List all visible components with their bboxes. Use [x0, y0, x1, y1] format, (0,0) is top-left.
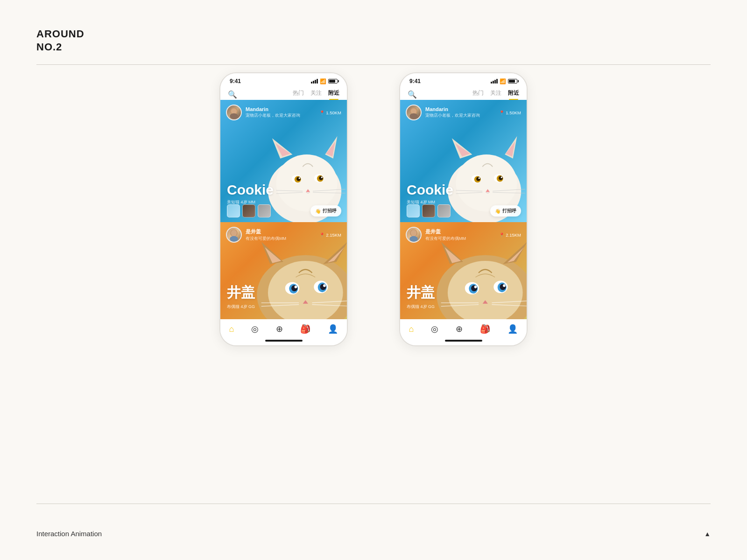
location-icon-cookie-right: 📍 — [499, 110, 505, 115]
pet-info-jinggai-right: 布偶猫 4岁 GG — [407, 304, 435, 310]
footer: Interaction Animation ▲ — [36, 530, 711, 538]
pet-info-jinggai-left: 布偶猫 4岁 GG — [227, 304, 255, 310]
card-cookie-left: Mandarin 宠物店小老板，欢迎大家咨询 📍 1.50KM — [220, 100, 347, 222]
nav-explore-right[interactable]: ◎ — [431, 324, 438, 334]
svg-point-37 — [295, 286, 297, 288]
location-icon-cookie-left: 📍 — [319, 110, 325, 115]
bottom-nav-right: ⌂ ◎ ⊕ 🎒 👤 — [400, 319, 527, 338]
greet-btn-cookie-left[interactable]: 👋 打招呼 — [310, 205, 341, 217]
nav-add-right[interactable]: ⊕ — [456, 324, 463, 334]
avatar-img-jinggai-left — [227, 228, 241, 242]
avatar-img-mandarin-left — [227, 105, 241, 119]
nav-profile-left[interactable]: 👤 — [328, 324, 338, 334]
wave-icon-left: 👋 — [315, 209, 321, 214]
distance-value-cookie-right: 1.50KM — [506, 110, 521, 115]
greet-btn-cookie-right[interactable]: 👋 打招呼 — [490, 205, 521, 217]
thumb-1-right — [407, 204, 420, 217]
bar4 — [317, 79, 318, 84]
card-user-jinggai-right: 是井盖 有没有可爱的布偶MM — [406, 227, 466, 243]
tab-follow-right[interactable]: 关注 — [490, 89, 501, 100]
svg-point-15 — [299, 177, 300, 179]
card-thumbs-cookie-right — [407, 204, 451, 217]
nav-explore-left[interactable]: ◎ — [251, 324, 259, 334]
tab-nearby-left[interactable]: 附近 — [328, 89, 339, 100]
thumb-3-left — [258, 204, 271, 217]
greet-label-left: 打招呼 — [323, 208, 337, 214]
signal-bars-left — [311, 79, 318, 84]
user-desc-jinggai-right: 有没有可爱的布偶MM — [425, 236, 466, 242]
greet-label-right: 打招呼 — [502, 208, 516, 214]
location-icon-jinggai-right: 📍 — [499, 232, 505, 238]
svg-point-14 — [319, 176, 323, 180]
title-around: AROUND — [36, 28, 85, 40]
divider-top — [36, 64, 711, 65]
wifi-icon-left: 📶 — [320, 78, 326, 84]
bar2-r — [493, 81, 494, 84]
avatar-img-jinggai-right — [407, 228, 421, 242]
user-name-cookie-left: Mandarin — [246, 106, 300, 112]
bar1-r — [491, 82, 492, 84]
svg-point-60 — [501, 176, 502, 178]
distance-value-jinggai-right: 2.15KM — [506, 232, 521, 238]
svg-point-58 — [499, 176, 503, 180]
pet-name-cookie-left: Cookie — [227, 182, 274, 198]
pet-name-jinggai-right: 井盖 — [407, 283, 435, 302]
svg-point-46 — [409, 113, 418, 119]
home-indicator-right — [400, 338, 527, 345]
bar2 — [313, 81, 314, 84]
svg-point-8 — [276, 154, 338, 211]
avatar-jinggai-left — [226, 227, 242, 243]
tab-follow-left[interactable]: 关注 — [310, 89, 322, 100]
tab-nearby-right[interactable]: 附近 — [508, 89, 519, 100]
card-user-cookie-right: Mandarin 宠物店小老板，欢迎大家咨询 — [406, 105, 480, 120]
thumb-2-right — [422, 204, 435, 217]
card-user-cookie-left: Mandarin 宠物店小老板，欢迎大家咨询 — [226, 105, 300, 120]
svg-point-52 — [456, 154, 517, 211]
thumb-1-left — [227, 204, 240, 217]
tab-hot-left[interactable]: 热门 — [293, 89, 304, 100]
signal-bars-right — [491, 79, 498, 84]
card-jinggai-left: 是井盖 有没有可爱的布偶MM 📍 2.15KM — [220, 222, 347, 319]
tab-hot-right[interactable]: 热门 — [472, 89, 484, 100]
footer-label: Interaction Animation — [36, 530, 102, 538]
status-time-left: 9:41 — [230, 78, 241, 84]
distance-jinggai-right: 📍 2.15KM — [499, 232, 521, 238]
thumb-2-left — [242, 204, 255, 217]
card-header-jinggai-right: 是井盖 有没有可爱的布偶MM 📍 2.15KM — [400, 222, 527, 243]
title-no: NO.2 — [36, 41, 85, 53]
user-name-jinggai-left: 是井盖 — [246, 228, 286, 235]
pet-name-cookie-right: Cookie — [407, 182, 453, 198]
user-desc-cookie-left: 宠物店小老板，欢迎大家咨询 — [246, 112, 300, 119]
status-icons-left: 📶 — [311, 78, 338, 84]
divider-bottom — [36, 504, 711, 504]
distance-jinggai-left: 📍 2.15KM — [319, 232, 341, 238]
avatar-img-mandarin-right — [407, 105, 421, 119]
avatar-jinggai-right — [406, 227, 422, 243]
svg-point-1 — [231, 108, 237, 114]
card-header-cookie-right: Mandarin 宠物店小老板，欢迎大家咨询 📍 1.50KM — [400, 100, 527, 120]
avatar-mandarin-right — [406, 105, 422, 120]
card-header-cookie-left: Mandarin 宠物店小老板，欢迎大家咨询 📍 1.50KM — [220, 100, 347, 120]
status-time-right: 9:41 — [409, 78, 421, 84]
nav-home-left[interactable]: ⌂ — [229, 324, 234, 334]
nav-tabs-right: 热门 关注 附近 — [472, 89, 519, 100]
footer-arrow[interactable]: ▲ — [704, 530, 711, 538]
user-name-cookie-right: Mandarin — [425, 106, 480, 112]
nav-tabs-left: 热门 关注 附近 — [293, 89, 339, 100]
nav-bag-right[interactable]: 🎒 — [480, 324, 490, 334]
card-user-jinggai-left: 是井盖 有没有可爱的布偶MM — [226, 227, 286, 243]
search-icon-right[interactable]: 🔍 — [408, 90, 417, 99]
svg-point-68 — [409, 236, 418, 242]
wifi-icon-right: 📶 — [500, 78, 506, 84]
page-header: AROUND NO.2 — [36, 28, 85, 53]
distance-value-cookie-left: 1.50KM — [326, 110, 341, 115]
nav-profile-right[interactable]: 👤 — [507, 324, 518, 334]
nav-home-right[interactable]: ⌂ — [409, 324, 414, 334]
status-bar-right: 9:41 📶 — [400, 73, 527, 87]
search-icon-left[interactable]: 🔍 — [228, 90, 237, 99]
bar3 — [315, 80, 316, 84]
nav-bag-left[interactable]: 🎒 — [300, 324, 310, 334]
nav-add-left[interactable]: ⊕ — [276, 324, 283, 334]
svg-point-38 — [323, 284, 326, 287]
status-icons-right: 📶 — [491, 78, 517, 84]
